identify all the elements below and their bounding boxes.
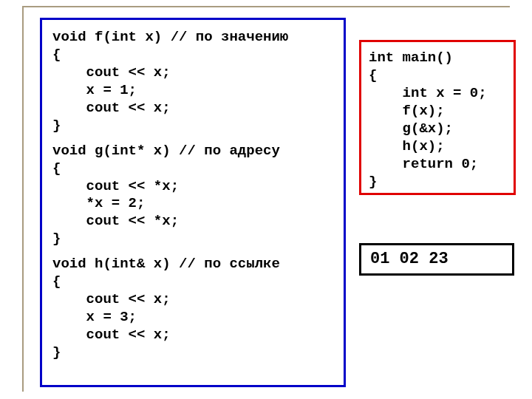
code-line: *x = 2; (52, 195, 333, 213)
code-line: void f(int x) // по значению (52, 29, 333, 47)
code-line: x = 1; (52, 82, 333, 100)
code-line: void g(int* x) // по адресу (52, 143, 333, 160)
code-line: return 0; (369, 156, 506, 174)
code-line: { (369, 67, 506, 85)
code-line: h(x); (369, 138, 506, 156)
code-line: } (52, 231, 333, 248)
code-line: cout << *x; (52, 178, 333, 196)
code-line: { (52, 160, 333, 178)
code-line: cout << x; (52, 100, 333, 117)
code-line: cout << *x; (52, 213, 333, 231)
code-line: cout << x; (52, 291, 333, 309)
code-line: { (52, 47, 333, 64)
code-line: cout << x; (52, 64, 333, 82)
code-line: x = 3; (52, 309, 333, 327)
output-text: 01 02 23 (370, 250, 449, 268)
code-line: { (52, 273, 333, 291)
code-line: } (52, 117, 333, 135)
code-line: int main() (369, 50, 506, 67)
code-line: int x = 0; (369, 85, 506, 103)
code-line: } (52, 344, 333, 362)
output-box: 01 02 23 (359, 243, 514, 276)
code-line: f(x); (369, 103, 506, 120)
main-code-box: int main() { int x = 0; f(x); g(&x); h(x… (359, 40, 516, 195)
code-line: g(&x); (369, 120, 506, 138)
code-line: cout << x; (52, 327, 333, 344)
functions-code-box: void f(int x) // по значению { cout << x… (40, 18, 346, 387)
code-line: } (369, 174, 506, 191)
code-line: void h(int& x) // по ссылке (52, 256, 333, 273)
